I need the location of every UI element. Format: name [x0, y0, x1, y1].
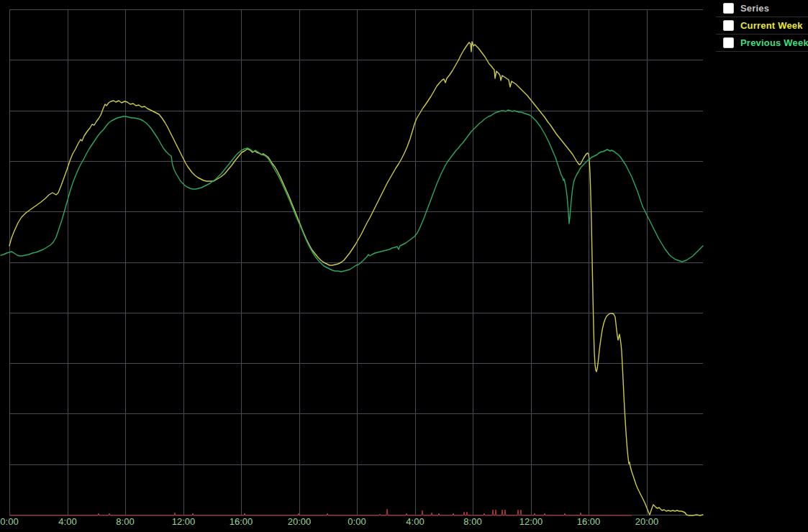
legend-row-series[interactable]: Series: [716, 0, 808, 17]
x-axis-labels: 0:004:008:0012:0016:0020:000:004:008:001…: [0, 516, 658, 527]
legend-row-previous-week[interactable]: Previous Week: [716, 35, 808, 52]
x-axis-tick-label: 20:00: [635, 516, 659, 527]
x-axis-tick-label: 16:00: [230, 516, 253, 527]
x-axis-tick-label: 0:00: [0, 516, 18, 527]
x-axis-tick-label: 4:00: [58, 516, 76, 527]
series-line-events: [9, 509, 632, 515]
legend: Series Current Week Previous Week: [716, 0, 808, 52]
chart-svg: 0:004:008:0012:0016:0020:000:004:008:001…: [0, 0, 808, 532]
legend-checkbox-series[interactable]: [723, 3, 734, 14]
chart-page: 0:004:008:0012:0016:0020:000:004:008:001…: [0, 0, 808, 532]
x-axis-tick-label: 8:00: [116, 516, 134, 527]
legend-checkbox-previous-week[interactable]: [723, 37, 734, 48]
legend-label-previous-week: Previous Week: [740, 37, 808, 48]
gridlines: [9, 9, 703, 515]
x-axis-tick-label: 16:00: [577, 516, 601, 527]
x-axis-tick-label: 4:00: [406, 516, 424, 527]
x-axis-tick-label: 12:00: [519, 516, 543, 527]
x-axis-tick-label: 12:00: [172, 516, 196, 527]
legend-row-current-week[interactable]: Current Week: [716, 17, 808, 35]
series-line-previous-week: [1, 110, 703, 272]
legend-label-series: Series: [740, 3, 769, 14]
legend-checkbox-current-week[interactable]: [723, 20, 734, 31]
legend-label-current-week: Current Week: [740, 20, 803, 31]
x-axis-tick-label: 20:00: [288, 516, 312, 527]
series-line-current-week: [9, 42, 703, 515]
x-axis-tick-label: 0:00: [348, 516, 366, 527]
x-axis-tick-label: 8:00: [463, 516, 481, 527]
